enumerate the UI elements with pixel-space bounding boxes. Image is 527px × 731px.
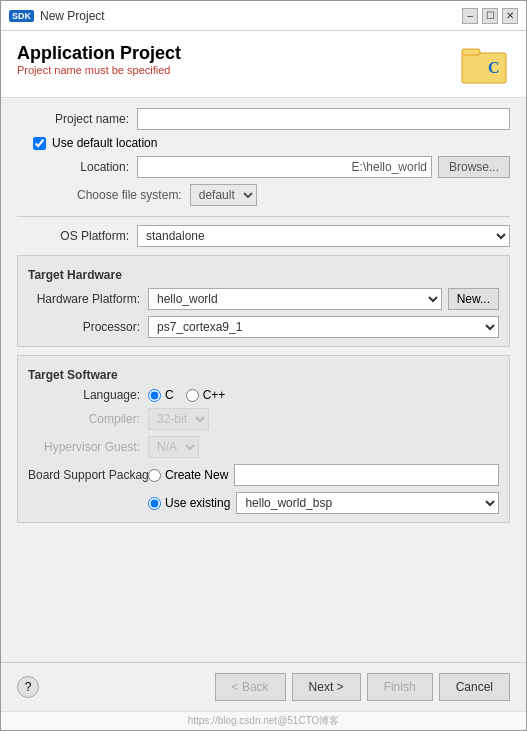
os-platform-label: OS Platform:	[17, 229, 137, 243]
language-c-option[interactable]: C	[148, 388, 174, 402]
hw-platform-label: Hardware Platform:	[28, 292, 148, 306]
location-input[interactable]	[137, 156, 432, 178]
filesystem-label: Choose file system:	[77, 188, 182, 202]
sdk-icon: SDK	[9, 10, 34, 22]
compiler-row: Compiler: 32-bit	[28, 408, 499, 430]
language-radio-group: C C++	[148, 388, 225, 402]
compiler-label: Compiler:	[28, 412, 148, 426]
bsp-create-new-label: Create New	[165, 468, 228, 482]
bsp-create-new-option[interactable]: Create New	[148, 468, 228, 482]
title-bar-left: SDK New Project	[9, 9, 105, 23]
project-name-input[interactable]	[137, 108, 510, 130]
finish-button[interactable]: Finish	[367, 673, 433, 701]
compiler-select[interactable]: 32-bit	[148, 408, 209, 430]
hw-platform-row: Hardware Platform: hello_world New...	[28, 288, 499, 310]
processor-label: Processor:	[28, 320, 148, 334]
next-button[interactable]: Next >	[292, 673, 361, 701]
cancel-button[interactable]: Cancel	[439, 673, 510, 701]
header-section: Application Project Project name must be…	[1, 31, 526, 98]
error-message: Project name must be specified	[17, 64, 181, 76]
new-project-window: SDK New Project – ☐ ✕ Application Projec…	[0, 0, 527, 731]
filesystem-row: Choose file system: default	[17, 184, 510, 206]
os-platform-select[interactable]: standalone	[137, 225, 510, 247]
filesystem-select[interactable]: default	[190, 184, 257, 206]
use-default-location-label: Use default location	[52, 136, 157, 150]
target-software-header: Target Software	[28, 368, 499, 382]
project-name-label: Project name:	[17, 112, 137, 126]
target-hardware-section: Target Hardware Hardware Platform: hello…	[17, 255, 510, 347]
window-title: New Project	[40, 9, 105, 23]
use-default-location-checkbox[interactable]	[33, 137, 46, 150]
processor-row: Processor: ps7_cortexa9_1	[28, 316, 499, 338]
new-hw-button[interactable]: New...	[448, 288, 499, 310]
language-label: Language:	[28, 388, 148, 402]
footer-buttons: < Back Next > Finish Cancel	[215, 673, 510, 701]
title-bar: SDK New Project – ☐ ✕	[1, 1, 526, 31]
browse-button[interactable]: Browse...	[438, 156, 510, 178]
help-button[interactable]: ?	[17, 676, 39, 698]
footer: ? < Back Next > Finish Cancel	[1, 662, 526, 711]
hypervisor-row: Hypervisor Guest: N/A	[28, 436, 499, 458]
bsp-use-existing-radio[interactable]	[148, 497, 161, 510]
folder-icon: C	[460, 43, 510, 87]
bsp-create-new-radio[interactable]	[148, 469, 161, 482]
watermark: https://blog.csdn.net@51CTO博客	[1, 711, 526, 730]
bsp-use-existing-row: Use existing hello_world_bsp	[28, 492, 499, 514]
dialog-title: Application Project	[17, 43, 181, 64]
project-name-row: Project name:	[17, 108, 510, 130]
bsp-use-existing-label: Use existing	[165, 496, 230, 510]
language-cpp-label: C++	[203, 388, 226, 402]
language-c-radio[interactable]	[148, 389, 161, 402]
footer-left: ?	[17, 676, 39, 698]
svg-rect-1	[462, 49, 480, 55]
title-bar-controls: – ☐ ✕	[462, 8, 518, 24]
language-c-label: C	[165, 388, 174, 402]
minimize-button[interactable]: –	[462, 8, 478, 24]
location-label: Location:	[17, 160, 137, 174]
language-row: Language: C C++	[28, 388, 499, 402]
bsp-new-name-input[interactable]	[234, 464, 499, 486]
hw-platform-controls: hello_world New...	[148, 288, 499, 310]
location-row: Location: Browse...	[17, 156, 510, 178]
hypervisor-label: Hypervisor Guest:	[28, 440, 148, 454]
os-platform-row: OS Platform: standalone	[17, 225, 510, 247]
svg-text:C: C	[488, 59, 500, 76]
target-hardware-header: Target Hardware	[28, 268, 499, 282]
processor-select[interactable]: ps7_cortexa9_1	[148, 316, 499, 338]
close-button[interactable]: ✕	[502, 8, 518, 24]
language-cpp-radio[interactable]	[186, 389, 199, 402]
header-text: Application Project Project name must be…	[17, 43, 181, 76]
bsp-label: Board Support Package:	[28, 468, 148, 482]
language-cpp-option[interactable]: C++	[186, 388, 226, 402]
bsp-use-existing-option[interactable]: Use existing	[148, 496, 230, 510]
main-content: Project name: Use default location Locat…	[1, 98, 526, 662]
hypervisor-select[interactable]: N/A	[148, 436, 199, 458]
hw-platform-select[interactable]: hello_world	[148, 288, 442, 310]
back-button[interactable]: < Back	[215, 673, 286, 701]
bsp-create-new-row: Board Support Package: Create New	[28, 464, 499, 486]
maximize-button[interactable]: ☐	[482, 8, 498, 24]
bsp-existing-select[interactable]: hello_world_bsp	[236, 492, 499, 514]
target-software-section: Target Software Language: C C++ Com	[17, 355, 510, 523]
default-location-row: Use default location	[17, 136, 510, 150]
